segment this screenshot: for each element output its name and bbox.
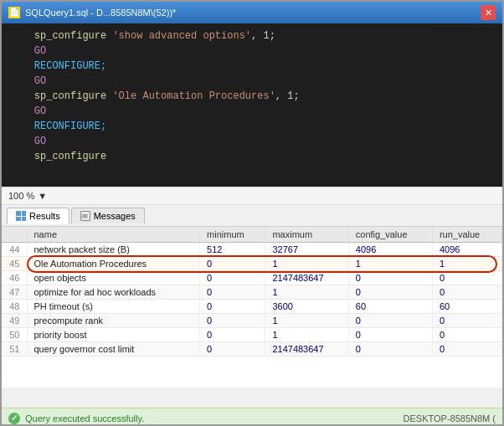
table-row[interactable]: 47optimize for ad hoc workloads0100: [2, 285, 502, 300]
cell-run-value: 0: [432, 342, 501, 357]
col-name: name: [27, 227, 200, 243]
table-row[interactable]: 49precompute rank0100: [2, 314, 502, 328]
table-row[interactable]: 44network packet size (B)512327674096409…: [2, 243, 502, 257]
cell-name: network packet size (B): [27, 243, 200, 257]
success-icon: ✓: [8, 413, 20, 424]
cell-run-value: 0: [432, 314, 501, 328]
col-rownum: [2, 227, 27, 243]
code-token: , 1;: [251, 28, 275, 44]
cell-maximum: 2147483647: [265, 271, 348, 285]
code-token: GO: [10, 134, 46, 149]
code-token: RECONFIGURE;: [10, 59, 106, 74]
row-number: 48: [2, 300, 27, 314]
col-config-value: config_value: [348, 227, 432, 243]
results-table-wrapper: name minimum maximum config_value run_va…: [2, 227, 502, 388]
table-row[interactable]: 46open objects0214748364700: [2, 271, 502, 285]
sql-icon: 📄: [8, 7, 20, 18]
cell-config-value: 1: [348, 257, 432, 271]
cell-run-value: 0: [432, 271, 501, 285]
col-run-value: run_value: [432, 227, 501, 243]
cell-name: open objects: [27, 271, 200, 285]
cell-run-value: 4096: [432, 243, 501, 257]
messages-icon: ✉: [80, 211, 90, 221]
status-server: DESKTOP-8585N8M (: [404, 413, 496, 423]
cell-maximum: 32767: [265, 243, 348, 257]
cell-maximum: 1: [265, 257, 348, 271]
status-left: ✓ Query executed successfully.: [8, 413, 144, 424]
code-line: GO: [10, 44, 494, 59]
table-row[interactable]: 51query governor cost limit0214748364700: [2, 342, 502, 357]
cell-config-value: 60: [348, 300, 432, 314]
cell-minimum: 0: [200, 257, 265, 271]
cell-name: precompute rank: [27, 314, 200, 328]
cell-run-value: 0: [432, 285, 501, 300]
code-token: sp_configure: [10, 149, 106, 164]
row-number: 49: [2, 314, 27, 328]
row-number: 50: [2, 328, 27, 342]
cell-maximum: 1: [265, 328, 348, 342]
cell-run-value: 0: [432, 328, 501, 342]
cell-config-value: 4096: [348, 243, 432, 257]
zoom-level: 100 %: [8, 191, 34, 201]
code-line: GO: [10, 104, 494, 119]
cell-minimum: 0: [200, 328, 265, 342]
zoom-bar: 100 % ▼: [2, 187, 502, 205]
cell-minimum: 0: [200, 300, 265, 314]
title-bar: 📄 SQLQuery1.sql - D...8585N8M\(52))* ✕: [2, 2, 502, 23]
status-bar: ✓ Query executed successfully. DESKTOP-8…: [2, 408, 502, 426]
code-editor[interactable]: sp_configure 'show advanced options', 1;…: [2, 23, 502, 187]
cell-run-value: 1: [432, 257, 501, 271]
code-line: sp_configure: [10, 149, 494, 164]
row-number: 44: [2, 243, 27, 257]
col-maximum: maximum: [265, 227, 348, 243]
window-title: SQLQuery1.sql - D...8585N8M\(52))*: [25, 8, 176, 18]
results-table: name minimum maximum config_value run_va…: [2, 227, 502, 357]
code-token: , 1;: [275, 89, 300, 104]
cell-minimum: 0: [200, 314, 265, 328]
cell-minimum: 0: [200, 271, 265, 285]
tab-results[interactable]: Results: [7, 208, 69, 224]
cell-name: optimize for ad hoc workloads: [27, 285, 200, 300]
table-row[interactable]: 50priority boost0100: [2, 328, 502, 342]
row-number: 51: [2, 342, 27, 357]
cell-maximum: 3600: [265, 300, 348, 314]
code-token: RECONFIGURE;: [10, 119, 106, 134]
cell-name: query governor cost limit: [27, 342, 200, 357]
cell-name: priority boost: [27, 328, 200, 342]
zoom-dropdown-icon[interactable]: ▼: [38, 191, 47, 201]
cell-config-value: 0: [348, 342, 432, 357]
tab-results-label: Results: [29, 211, 60, 221]
close-button[interactable]: ✕: [481, 5, 496, 20]
code-token: GO: [10, 74, 46, 89]
row-number: 45: [2, 257, 27, 271]
col-minimum: minimum: [200, 227, 265, 243]
results-area: name minimum maximum config_value run_va…: [2, 227, 502, 408]
code-token: sp_configure: [10, 89, 112, 104]
cell-config-value: 0: [348, 314, 432, 328]
code-line: RECONFIGURE;: [10, 59, 494, 74]
main-container: 📄 SQLQuery1.sql - D...8585N8M\(52))* ✕ s…: [2, 2, 502, 426]
code-token: 'Ole Automation Procedures': [112, 89, 275, 104]
code-token: GO: [10, 44, 46, 59]
cell-name: PH timeout (s): [27, 300, 200, 314]
code-line: GO: [10, 74, 494, 89]
code-line: sp_configure 'show advanced options', 1;: [10, 28, 494, 44]
cell-config-value: 0: [348, 271, 432, 285]
cell-config-value: 0: [348, 285, 432, 300]
tab-messages[interactable]: ✉ Messages: [71, 208, 145, 223]
cell-minimum: 0: [200, 342, 265, 357]
code-line: sp_configure 'Ole Automation Procedures'…: [10, 89, 494, 104]
table-row[interactable]: 45Ole Automation Procedures0111: [2, 257, 502, 271]
cell-name: Ole Automation Procedures: [27, 257, 200, 271]
table-header-row: name minimum maximum config_value run_va…: [2, 227, 502, 243]
table-row[interactable]: 48PH timeout (s)036006060: [2, 300, 502, 314]
code-line: GO: [10, 134, 494, 149]
code-line: RECONFIGURE;: [10, 119, 494, 134]
cell-minimum: 512: [200, 243, 265, 257]
cell-run-value: 60: [432, 300, 501, 314]
cell-minimum: 0: [200, 285, 265, 300]
row-number: 47: [2, 285, 27, 300]
cell-maximum: 1: [265, 314, 348, 328]
code-token: GO: [10, 104, 46, 119]
cell-config-value: 0: [348, 328, 432, 342]
